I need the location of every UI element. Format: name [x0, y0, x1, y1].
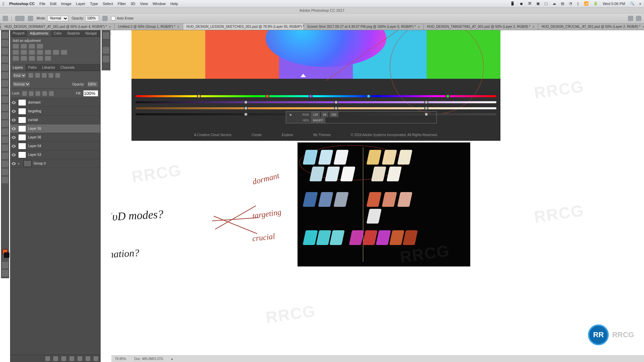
- zoom-tool-icon[interactable]: [2, 177, 8, 183]
- visibility-eye-icon[interactable]: [11, 126, 16, 131]
- visibility-eye-icon[interactable]: [11, 100, 16, 105]
- layer-style-icon[interactable]: [53, 356, 58, 361]
- menu-help[interactable]: Help: [170, 2, 178, 6]
- workspace-icon[interactable]: [636, 16, 641, 21]
- lock-artboard-icon[interactable]: [42, 91, 47, 96]
- document-tab[interactable]: HUD_DESIGN_DORMANT_AT_001.psd @ 50% (Lay…: [1, 23, 115, 30]
- tab-layers[interactable]: Layers: [10, 64, 25, 71]
- pen-tool-icon[interactable]: [2, 136, 8, 143]
- spotlight-icon[interactable]: 🔍: [630, 1, 635, 6]
- visibility-eye-icon[interactable]: [11, 144, 16, 148]
- shape-tool-icon[interactable]: [2, 161, 8, 167]
- lock-all-icon[interactable]: [49, 91, 54, 96]
- tab-properties[interactable]: Properti: [10, 30, 27, 37]
- crop-tool-icon[interactable]: [2, 64, 8, 71]
- status-chevron-icon[interactable]: ▸: [171, 357, 173, 361]
- adj-brightness-icon[interactable]: [13, 44, 19, 49]
- document-tab[interactable]: HUD_DESIGN_TARGETING_AT_001.psd @ 50% (L…: [424, 23, 538, 30]
- tab-libraries[interactable]: Libraries: [40, 64, 58, 71]
- auto-erase-field[interactable]: Auto Erase: [111, 16, 133, 20]
- visibility-eye-icon[interactable]: [11, 153, 16, 157]
- tab-swatches[interactable]: Swatche: [64, 30, 83, 37]
- menu-file[interactable]: File: [40, 2, 46, 6]
- document-tab[interactable]: Screen Shot 2017-09-27 at 4.39.07 PM.png…: [304, 23, 424, 30]
- menu-3d[interactable]: 3D: [130, 2, 135, 6]
- lock-position-icon[interactable]: [36, 91, 40, 96]
- type-tool-icon[interactable]: [2, 144, 8, 151]
- tab-channels[interactable]: Channels: [58, 64, 77, 71]
- battery-icon[interactable]: 🔋: [593, 1, 598, 6]
- new-adjustment-icon[interactable]: [69, 356, 74, 361]
- adj-lut-icon[interactable]: [61, 50, 67, 55]
- collapsed-panel-icon-3[interactable]: [103, 56, 109, 62]
- menu-view[interactable]: View: [140, 2, 148, 6]
- new-layer-icon[interactable]: [86, 356, 90, 361]
- gradient-tool-icon[interactable]: [2, 120, 8, 127]
- blend-mode-select[interactable]: Normal: [47, 15, 68, 21]
- brush-preset-icon[interactable]: [15, 16, 24, 21]
- layer-row[interactable]: Layer 55: [10, 124, 100, 133]
- filter-smart-icon[interactable]: [55, 73, 60, 78]
- cc-icon[interactable]: ⌘: [528, 1, 532, 6]
- pressure-opacity-icon[interactable]: [102, 16, 108, 21]
- close-icon[interactable]: ×: [642, 25, 644, 29]
- layer-row[interactable]: targeting: [10, 107, 100, 116]
- collapsed-panel-icon-2[interactable]: [103, 47, 109, 54]
- link-layers-icon[interactable]: [45, 356, 50, 361]
- adj-invert-icon[interactable]: [13, 56, 19, 61]
- layer-group-row[interactable]: ▸Group 3: [10, 159, 100, 168]
- document-canvas[interactable]: ▶ RGB 136 68 255 HEX 8843FF A Creative C…: [111, 30, 644, 355]
- tab-paths[interactable]: Paths: [25, 64, 40, 71]
- move-tool-icon[interactable]: [2, 32, 8, 39]
- screen-icon[interactable]: ▢: [544, 1, 548, 6]
- document-tab[interactable]: HUD_DESIGN_LESSON_SKETCHES_001.psd @ 78.…: [183, 23, 304, 30]
- opacity-input[interactable]: [85, 15, 99, 21]
- layer-row[interactable]: Layer 56: [10, 133, 100, 142]
- storage-icon[interactable]: ▤: [561, 1, 564, 6]
- background-color-icon[interactable]: [4, 252, 9, 258]
- wifi-icon[interactable]: 📶: [584, 1, 589, 6]
- eyedropper-tool-icon[interactable]: [2, 72, 8, 79]
- new-group-icon[interactable]: [77, 356, 82, 361]
- record-icon[interactable]: ⏺: [520, 2, 523, 6]
- history-brush-icon[interactable]: [2, 104, 8, 111]
- lock-pixels-icon[interactable]: [29, 91, 34, 96]
- tab-adjustments[interactable]: Adjustments: [27, 30, 51, 37]
- menu-window[interactable]: Window: [153, 2, 166, 6]
- cloud-icon[interactable]: ☁: [552, 1, 556, 6]
- adj-selcolor-icon[interactable]: [45, 56, 51, 61]
- adj-gradmap-icon[interactable]: [37, 56, 43, 61]
- visibility-eye-icon[interactable]: [11, 118, 16, 122]
- layer-row[interactable]: dormant: [10, 98, 100, 107]
- visibility-eye-icon[interactable]: [11, 135, 16, 140]
- document-tab[interactable]: Untitled-2 @ 50% (Group 1, RGB/8*) *×: [115, 23, 183, 30]
- layers-opacity-input[interactable]: [87, 81, 98, 87]
- menu-extras-icon[interactable]: ≡: [639, 2, 641, 6]
- brush-tool-icon[interactable]: [2, 88, 8, 95]
- heal-tool-icon[interactable]: [2, 80, 8, 87]
- app-name[interactable]: Photoshop CC: [9, 2, 35, 6]
- wand-tool-icon[interactable]: [2, 56, 8, 63]
- visibility-eye-icon[interactable]: [11, 109, 16, 114]
- close-icon[interactable]: ×: [177, 25, 179, 29]
- zoom-display[interactable]: 78.85%: [115, 357, 126, 361]
- layer-row[interactable]: curcial: [10, 116, 100, 124]
- visibility-eye-icon[interactable]: [11, 161, 16, 166]
- filter-shape-icon[interactable]: [49, 73, 53, 78]
- menu-edit[interactable]: Edit: [50, 2, 56, 6]
- clock-icon[interactable]: ◔: [569, 1, 572, 6]
- menu-image[interactable]: Image: [61, 2, 71, 6]
- dropbox-icon[interactable]: ▣: [536, 1, 540, 6]
- search-icon[interactable]: [628, 16, 633, 21]
- pencil-tool-icon[interactable]: [3, 16, 8, 21]
- adj-posterize-icon[interactable]: [21, 56, 27, 61]
- filter-type-icon[interactable]: [42, 73, 47, 78]
- layer-row[interactable]: Layer 54: [10, 142, 100, 150]
- adj-photo-filter-icon[interactable]: [45, 50, 51, 55]
- auto-erase-checkbox[interactable]: [111, 16, 115, 20]
- adj-channel-mixer-icon[interactable]: [53, 50, 59, 55]
- close-icon[interactable]: ×: [109, 25, 111, 29]
- lock-transparent-icon[interactable]: [22, 91, 27, 96]
- fill-input[interactable]: [83, 90, 98, 97]
- eraser-tool-icon[interactable]: [2, 112, 8, 119]
